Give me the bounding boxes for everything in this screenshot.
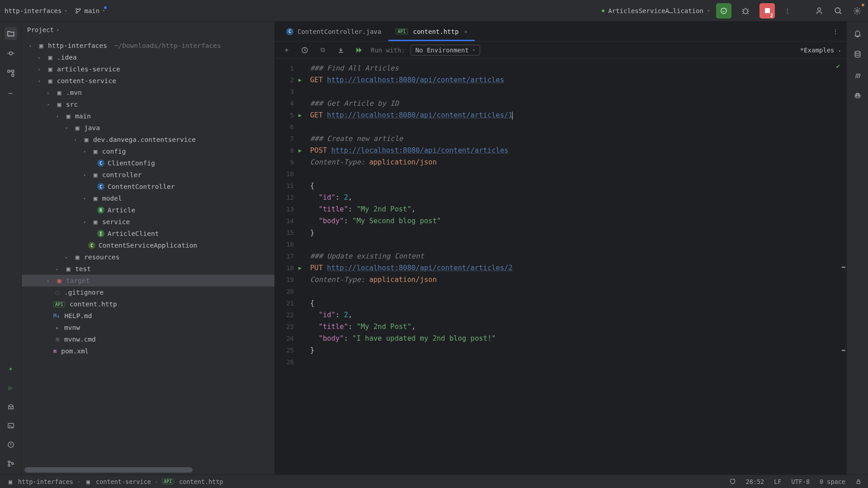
import-icon[interactable] bbox=[335, 44, 347, 56]
tree-label: target bbox=[66, 277, 90, 284]
run-line-icon[interactable]: ▶ bbox=[298, 77, 302, 83]
project-selector[interactable]: http-interfaces ▾ bbox=[5, 7, 67, 14]
services-tool-icon[interactable]: ▷ bbox=[5, 381, 17, 394]
tree-item-src[interactable]: ▾▣src bbox=[22, 99, 274, 110]
chevron-down-icon: ▾ bbox=[472, 47, 475, 52]
run-line-icon[interactable]: ▶ bbox=[298, 147, 302, 154]
tree-item-main[interactable]: ▾▣main bbox=[22, 110, 274, 122]
editor-tabs: C ContentController.java API content.htt… bbox=[275, 22, 846, 42]
debug-button[interactable] bbox=[738, 3, 753, 19]
left-tool-strip: ⋯ ✶ ▷ bbox=[0, 22, 22, 474]
shield-icon[interactable] bbox=[729, 478, 736, 485]
tree-item-idea[interactable]: ▸▣.idea bbox=[22, 52, 274, 63]
project-name: http-interfaces bbox=[5, 7, 61, 14]
svg-rect-12 bbox=[12, 74, 14, 76]
project-panel-header[interactable]: Project ▾ bbox=[22, 22, 274, 38]
branch-selector[interactable]: main ▾ bbox=[75, 7, 105, 14]
chevron-right-icon: › bbox=[155, 478, 158, 485]
tree-item-model[interactable]: ▾▣model bbox=[22, 192, 274, 204]
tree-item-service[interactable]: ▾▣service bbox=[22, 216, 274, 228]
indent-info[interactable]: 0 space bbox=[820, 478, 845, 485]
code-content[interactable]: ### Find All Articles GET http://localho… bbox=[307, 59, 840, 474]
editor-minimap[interactable] bbox=[840, 59, 846, 474]
tree-item-config[interactable]: ▾▣config bbox=[22, 145, 274, 157]
tree-item-pkg[interactable]: ▾▣dev.danvega.contentservice bbox=[22, 134, 274, 145]
tree-item-mvnw[interactable]: ▸mvnw bbox=[22, 322, 274, 333]
tree-item-article[interactable]: RArticle bbox=[22, 204, 274, 216]
tab-contentcontroller[interactable]: C ContentController.java bbox=[278, 22, 388, 41]
folder-icon: ▣ bbox=[6, 478, 14, 485]
svg-rect-5 bbox=[765, 8, 770, 13]
tree-item-controller[interactable]: ▾▣controller bbox=[22, 169, 274, 181]
svg-point-4 bbox=[744, 9, 748, 14]
search-everywhere-icon[interactable] bbox=[832, 5, 844, 17]
tree-item-content-http[interactable]: APIcontent.http bbox=[22, 298, 274, 310]
file-encoding[interactable]: UTF-8 bbox=[791, 478, 810, 485]
tree-item-contentcontroller[interactable]: CContentController bbox=[22, 181, 274, 192]
run-line-icon[interactable]: ▶ bbox=[298, 265, 302, 271]
notifications-icon[interactable] bbox=[851, 27, 864, 40]
tree-item-mvn[interactable]: ▸▣.mvn bbox=[22, 87, 274, 99]
branch-icon bbox=[75, 8, 81, 14]
inspection-ok-icon[interactable]: ✔ bbox=[836, 62, 840, 70]
editor-body[interactable]: ✔ 12345678910111213141516171819202122232… bbox=[275, 59, 846, 474]
env-label: No Environment bbox=[415, 47, 469, 54]
tree-item-pom[interactable]: mpom.xml bbox=[22, 345, 274, 357]
close-icon[interactable]: ✕ bbox=[464, 28, 467, 35]
tab-more-icon[interactable]: ⋮ bbox=[829, 25, 842, 38]
more-tools-icon[interactable]: ⋯ bbox=[5, 87, 17, 99]
vcs-tool-icon[interactable] bbox=[5, 457, 17, 470]
tree-item-java[interactable]: ▾▣java bbox=[22, 122, 274, 134]
commit-tool-icon[interactable] bbox=[5, 47, 17, 60]
spring-tool-icon[interactable]: ✶ bbox=[5, 362, 17, 375]
history-icon[interactable] bbox=[298, 44, 311, 56]
tree-label: service bbox=[102, 218, 130, 225]
breadcrumb[interactable]: ▣ http-interfaces › ▣ content-service › … bbox=[6, 478, 223, 485]
tree-item-mvnwcmd[interactable]: ≡mvnw.cmd bbox=[22, 333, 274, 345]
tree-item-resources[interactable]: ▸▣resources bbox=[22, 251, 274, 263]
svg-point-3 bbox=[721, 8, 726, 14]
run-line-icon[interactable]: ▶ bbox=[298, 112, 302, 118]
tree-item-articleclient[interactable]: IArticleClient bbox=[22, 228, 274, 239]
caret-position[interactable]: 28:52 bbox=[746, 478, 764, 485]
stop-button[interactable]: 2 bbox=[760, 3, 775, 19]
more-menu[interactable]: ⋮ bbox=[781, 5, 794, 17]
problems-tool-icon[interactable] bbox=[5, 438, 17, 451]
tree-item-help[interactable]: M↓HELP.md bbox=[22, 310, 274, 322]
tree-hscrollbar[interactable] bbox=[24, 467, 272, 473]
copy-icon[interactable]: ⧉ bbox=[316, 44, 329, 56]
environment-select[interactable]: No Environment ▾ bbox=[410, 45, 480, 56]
tree-root[interactable]: ▾▣http-interfaces~/Downloads/http-interf… bbox=[22, 40, 274, 52]
run-config-selector[interactable]: ArticlesServiceA…lication ▾ bbox=[602, 7, 710, 14]
tree-item-gitignore[interactable]: ◌.gitignore bbox=[22, 286, 274, 298]
tree-item-content-service[interactable]: ▾▣content-service bbox=[22, 75, 274, 87]
build-tool-icon[interactable] bbox=[5, 400, 17, 413]
code-with-me-icon[interactable] bbox=[813, 5, 826, 17]
database-tool-icon[interactable] bbox=[851, 48, 864, 61]
tree-item-test[interactable]: ▸▣test bbox=[22, 263, 274, 275]
tree-label: ArticleClient bbox=[108, 230, 159, 237]
tree-item-clientconfig[interactable]: CClientConfig bbox=[22, 157, 274, 169]
copilot-tool-icon[interactable] bbox=[851, 89, 864, 102]
settings-icon[interactable] bbox=[851, 5, 863, 17]
tree-label: .mvn bbox=[66, 89, 82, 96]
project-tool-icon[interactable] bbox=[5, 27, 17, 40]
run-all-icon[interactable] bbox=[353, 44, 365, 56]
tree-item-articles-service[interactable]: ▸▣articles-service bbox=[22, 63, 274, 75]
examples-link[interactable]: *Examples ▾ bbox=[800, 47, 841, 54]
tree-item-app[interactable]: CContentServiceApplication bbox=[22, 239, 274, 251]
tab-content-http[interactable]: API content.http ✕ bbox=[388, 22, 474, 41]
readonly-lock-icon[interactable] bbox=[855, 479, 862, 485]
structure-tool-icon[interactable] bbox=[5, 67, 17, 80]
crumb-label: http-interfaces bbox=[18, 478, 73, 485]
run-button[interactable] bbox=[716, 3, 731, 19]
maven-tool-icon[interactable]: m bbox=[851, 69, 864, 81]
add-request-icon[interactable]: ＋ bbox=[280, 44, 293, 56]
chevron-down-icon: ▾ bbox=[57, 28, 59, 33]
tree-item-target[interactable]: ▸▣target bbox=[22, 275, 274, 286]
chevron-down-icon: ▾ bbox=[64, 8, 67, 13]
project-panel: Project ▾ ▾▣http-interfaces~/Downloads/h… bbox=[22, 22, 275, 474]
terminal-tool-icon[interactable] bbox=[5, 419, 17, 432]
line-separator[interactable]: LF bbox=[774, 478, 781, 485]
svg-rect-10 bbox=[8, 70, 10, 72]
